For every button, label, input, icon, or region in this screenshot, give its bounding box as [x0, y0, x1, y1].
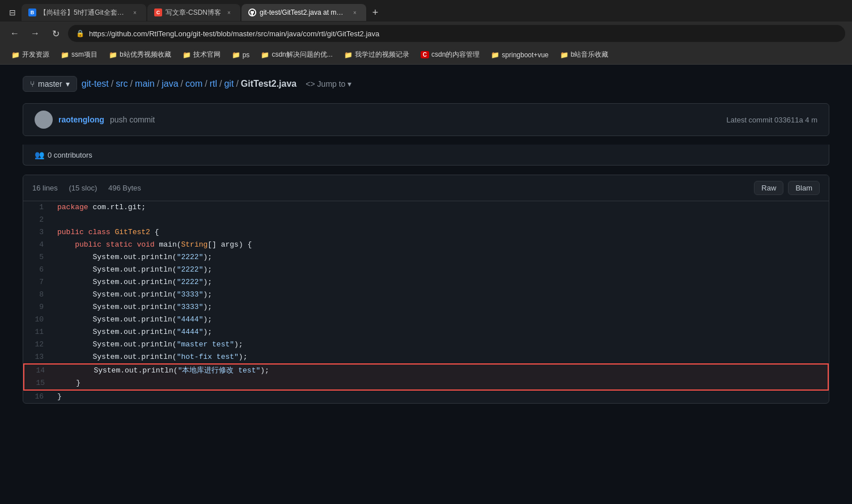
bookmark-item-8[interactable]: 📁 springboot+vue — [486, 49, 553, 61]
line-content: System.out.println("4444"); — [53, 326, 829, 338]
commit-author[interactable]: raotenglong — [58, 115, 104, 124]
code-line[interactable]: 12 System.out.println("master test"); — [23, 338, 829, 351]
window-control-minimize[interactable]: ⊟ — [5, 5, 20, 20]
contributors-count: 0 contributors — [48, 151, 92, 159]
code-line[interactable]: 16} — [23, 391, 829, 403]
bookmark-label-7: csdn的内容管理 — [431, 50, 480, 60]
bookmark-label-5: csdn解决问题的优... — [272, 50, 332, 60]
code-line[interactable]: 1package com.rtl.git; — [23, 201, 829, 214]
code-header: 16 lines (15 sloc) 496 Bytes Raw Blam — [23, 175, 829, 201]
browser-chrome: ⊟ B 【尚硅谷】5h打通Git全套教程ID × C 写文章-CSDN博客 × … — [0, 0, 852, 65]
code-line[interactable]: 10 System.out.println("4444"); — [23, 314, 829, 326]
bookmark-label-4: ps — [243, 51, 250, 59]
line-number: 1 — [23, 201, 53, 214]
code-line[interactable]: 5 System.out.println("2222"); — [23, 251, 829, 264]
code-line[interactable]: 2 — [23, 214, 829, 226]
code-lines-count: 16 lines — [32, 184, 58, 192]
jump-to-label: Jump to — [317, 79, 346, 88]
code-line[interactable]: 15 } — [23, 377, 829, 391]
line-number: 15 — [24, 377, 54, 389]
new-tab-button[interactable]: + — [367, 5, 383, 20]
code-viewer: 16 lines (15 sloc) 496 Bytes Raw Blam 1p… — [23, 175, 829, 404]
line-content: System.out.println("hot-fix test"); — [53, 351, 829, 363]
bookmark-item-4[interactable]: 📁 ps — [227, 49, 255, 61]
bookmark-item-5[interactable]: 📁 csdn解决问题的优... — [256, 48, 337, 61]
tab-bar: ⊟ B 【尚硅谷】5h打通Git全套教程ID × C 写文章-CSDN博客 × … — [0, 0, 852, 22]
code-actions: Raw Blam — [754, 181, 820, 195]
line-number: 8 — [23, 289, 53, 301]
bookmark-item-9[interactable]: 📁 b站音乐收藏 — [556, 48, 613, 61]
blame-button[interactable]: Blam — [788, 181, 820, 195]
author-avatar — [35, 111, 53, 129]
line-content: System.out.println("3333"); — [53, 301, 829, 314]
breadcrumb-com[interactable]: com — [185, 79, 202, 89]
tab-2[interactable]: C 写文章-CSDN博客 × — [147, 4, 240, 21]
code-line[interactable]: 14 System.out.println("本地库进行修改 test"); — [23, 363, 829, 377]
tab-3-close[interactable]: × — [350, 8, 359, 17]
commit-left: raotenglong push commit — [35, 111, 155, 129]
code-line[interactable]: 4 public static void main(String[] args)… — [23, 239, 829, 251]
breadcrumb-main[interactable]: main — [135, 79, 155, 89]
commit-hash-label: Latest commit 033611a 4 m — [727, 116, 817, 124]
bookmark-icon-8: 📁 — [491, 51, 499, 59]
code-icon: <> — [306, 79, 315, 88]
bookmark-item-7[interactable]: C csdn的内容管理 — [416, 48, 485, 61]
tab-1-favicon: B — [28, 9, 36, 16]
bookmark-icon-4: 📁 — [232, 51, 240, 59]
code-line[interactable]: 7 System.out.println("2222"); — [23, 276, 829, 289]
bookmark-item-0[interactable]: 📁 开发资源 — [7, 48, 54, 61]
back-button[interactable]: ← — [7, 26, 23, 41]
bookmark-label-2: b站优秀视频收藏 — [120, 50, 171, 60]
code-sloc: (15 sloc) — [69, 184, 97, 192]
jump-to-chevron: ▾ — [347, 79, 351, 88]
line-number: 9 — [23, 301, 53, 314]
line-number: 13 — [23, 351, 53, 363]
line-content: package com.rtl.git; — [53, 201, 829, 214]
tab-1-close[interactable]: × — [130, 8, 139, 17]
address-bar: ← → ↻ 🔒 https://github.com/RtlTengLong/g… — [0, 22, 852, 45]
bookmark-item-3[interactable]: 📁 技术官网 — [178, 48, 225, 61]
bookmark-icon-6: 📁 — [344, 51, 353, 59]
line-content: public class GitTest2 { — [53, 226, 829, 239]
lock-icon: 🔒 — [76, 29, 84, 37]
breadcrumb-git[interactable]: git — [224, 79, 234, 89]
breadcrumb-rtl[interactable]: rtl — [210, 79, 217, 89]
breadcrumb-java[interactable]: java — [162, 79, 178, 89]
reload-button[interactable]: ↻ — [48, 26, 63, 41]
code-line[interactable]: 8 System.out.println("3333"); — [23, 289, 829, 301]
line-number: 10 — [23, 314, 53, 326]
breadcrumb-filename: GitTest2.java — [241, 79, 296, 89]
code-line[interactable]: 6 System.out.println("2222"); — [23, 264, 829, 276]
bookmark-item-6[interactable]: 📁 我学过的视频记录 — [340, 48, 414, 61]
breadcrumb-repo[interactable]: git-test — [82, 79, 109, 89]
bookmark-label-0: 开发资源 — [22, 50, 49, 60]
branch-selector[interactable]: ⑂ master ▾ — [23, 76, 77, 92]
line-content: System.out.println("2222"); — [53, 264, 829, 276]
bookmark-icon-5: 📁 — [261, 51, 269, 59]
bookmark-icon-0: 📁 — [11, 51, 20, 59]
bookmark-item-1[interactable]: 📁 ssm项目 — [56, 48, 102, 61]
code-line[interactable]: 13 System.out.println("hot-fix test"); — [23, 351, 829, 363]
bookmark-label-6: 我学过的视频记录 — [355, 50, 409, 60]
code-line[interactable]: 11 System.out.println("4444"); — [23, 326, 829, 338]
bookmarks-bar: 📁 开发资源 📁 ssm项目 📁 b站优秀视频收藏 📁 技术官网 📁 ps 📁 … — [0, 45, 852, 65]
branch-chevron: ▾ — [66, 79, 70, 88]
branch-icon: ⑂ — [30, 79, 35, 88]
line-content: System.out.println("本地库进行修改 test"); — [54, 365, 828, 377]
line-number: 4 — [23, 239, 53, 251]
bookmark-item-2[interactable]: 📁 b站优秀视频收藏 — [104, 48, 176, 61]
breadcrumb-src[interactable]: src — [116, 79, 128, 89]
tab-2-close[interactable]: × — [224, 8, 234, 17]
code-line[interactable]: 3public class GitTest2 { — [23, 226, 829, 239]
tab-1[interactable]: B 【尚硅谷】5h打通Git全套教程ID × — [22, 4, 146, 21]
line-content: System.out.println("master test"); — [53, 338, 829, 351]
code-line[interactable]: 9 System.out.println("3333"); — [23, 301, 829, 314]
commit-right: Latest commit 033611a 4 m — [727, 116, 817, 124]
forward-button[interactable]: → — [27, 26, 43, 41]
jump-to-button[interactable]: <> Jump to ▾ — [306, 79, 351, 88]
page-content: ⑂ master ▾ git-test / src / main / java … — [0, 65, 852, 504]
bookmark-icon-3: 📁 — [183, 51, 191, 59]
tab-3[interactable]: git-test/GitTest2.java at master · × — [241, 4, 366, 21]
url-bar[interactable]: 🔒 https://github.com/RtlTengLong/git-tes… — [68, 25, 845, 42]
raw-button[interactable]: Raw — [754, 181, 783, 195]
